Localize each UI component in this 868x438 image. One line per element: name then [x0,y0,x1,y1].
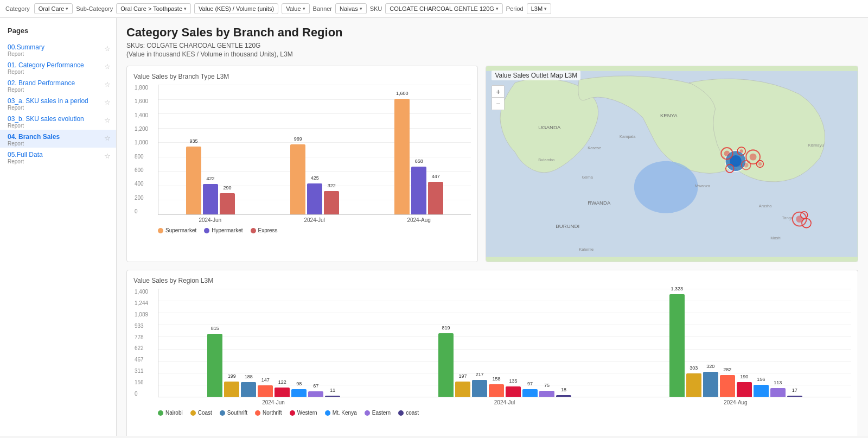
bar: 158 [489,384,504,397]
sidebar-item-3[interactable]: 03_a. SKU sales in a period Report ☆ [0,94,116,112]
category-dropdown[interactable]: Oral Care ▾ [34,3,73,14]
bar: 422 [203,184,218,214]
bar-value-label: 425 [311,175,319,181]
star-icon-4[interactable]: ☆ [104,116,111,124]
sidebar-item-name-2: 02. Brand Performance [8,79,108,87]
legend-color [190,410,196,416]
sidebar-item-type-6: Report [8,158,108,164]
bar: 122 [275,388,290,397]
month-label: 2024-Jul [389,399,620,405]
star-icon-6[interactable]: ☆ [104,152,111,160]
branch-chart-area: 1,8001,6001,4001,2001,000800600400200093… [133,85,471,255]
region-chart: Value Sales by Region L3M 1,4001,2441,08… [126,270,858,436]
star-icon-1[interactable]: ☆ [104,62,111,71]
bar-value-label: 11 [330,388,335,393]
legend-label: Western [297,410,317,416]
chevron-down-icon5: ▾ [496,6,499,11]
legend-color [290,410,295,416]
sidebar-item-name-0: 00.Summary [8,43,108,51]
star-icon-2[interactable]: ☆ [104,80,111,88]
legend-color [325,410,330,416]
bar-value-label: 188 [245,374,253,379]
value-dropdown[interactable]: Value ▾ [282,3,309,14]
sidebar-item-4[interactable]: 03_b. SKU sales evolution Report ☆ [0,112,116,130]
bar-col: 282 [720,375,735,397]
map-container: UGANDA KENYA RWANDA BURUNDI Butambo Kase… [486,66,858,262]
y-axis-label: 1,200 [135,126,148,132]
bar-col: 1,600 [394,99,410,214]
svg-text:RWANDA: RWANDA [588,200,611,206]
banner-dropdown[interactable]: Naivas ▾ [335,3,367,14]
sidebar-item-type-5: Report [8,141,108,147]
bar-value-label: 658 [415,158,423,164]
y-axis-label: 600 [135,167,148,173]
y-axis-label: 1,800 [135,85,148,91]
bar-col: 75 [539,391,554,397]
bar: 113 [770,388,786,397]
sidebar-item-1[interactable]: 01. Category Performance Report ☆ [0,58,116,76]
period-dropdown[interactable]: L3M ▾ [527,3,551,14]
svg-text:UGANDA: UGANDA [539,124,561,130]
star-icon-5[interactable]: ☆ [104,134,111,142]
bar-value-label: 1,323 [671,286,683,291]
region-chart-title: Value Sales by Region L3M [133,277,851,284]
svg-point-22 [744,163,749,168]
sku-label: SKU [370,4,382,14]
star-icon-3[interactable]: ☆ [104,98,111,106]
legend-color [220,410,225,416]
legend-color [365,410,370,416]
chevron-down-icon6: ▾ [544,6,547,11]
bar-col: 190 [737,382,752,397]
bar-value-label: 67 [313,383,318,389]
sidebar-item-name-3: 03_a. SKU sales in a period [8,97,108,105]
month-label: 2024-Jun [158,399,389,405]
sidebar-item-2[interactable]: 02. Brand Performance Report ☆ [0,76,116,94]
bar-value-label: 447 [432,174,440,179]
map-controls[interactable]: + − [492,85,505,110]
svg-point-26 [740,149,743,153]
sidebar-item-type-4: Report [8,123,108,129]
bar-value-label: 320 [706,364,714,369]
subcategory-dropdown[interactable]: Oral Care > Toothpaste ▾ [116,3,191,14]
sidebar-item-0[interactable]: 00.Summary Report ☆ [0,40,116,58]
bar-value-label: 147 [261,377,270,383]
bar-value-label: 122 [278,379,286,385]
sidebar-item-name-4: 03_b. SKU sales evolution [8,115,108,123]
legend-item: Southrift [220,410,247,416]
svg-point-1 [634,161,698,213]
bar-value-label: 190 [740,374,748,379]
bar: 320 [703,372,718,397]
svg-text:Tanga: Tanga [782,215,794,220]
bar: 969 [290,144,305,214]
zoom-out-button[interactable]: − [492,98,504,110]
sidebar-item-6[interactable]: 05.Full Data Report ☆ [0,148,116,166]
value-type-dropdown[interactable]: Value (KES) / Volume (units) [194,3,278,14]
sidebar: Pages 00.Summary Report ☆ 01. Category P… [0,18,117,436]
star-icon-0[interactable]: ☆ [104,45,111,53]
bar-col: 11 [325,396,340,397]
zoom-in-button[interactable]: + [492,86,504,98]
sku-dropdown[interactable]: COLGATE CHARCOAL GENTLE 120G ▾ [385,3,503,14]
chart-legend: NairobiCoastSouthriftNorthriftWesternMt.… [158,410,851,416]
legend-item: Western [290,410,317,416]
svg-text:Goma: Goma [582,175,593,180]
bar-col: 122 [275,388,290,397]
legend-label: Eastern [372,410,391,416]
month-group: 1,32330332028219015611317 [620,294,851,397]
bar-col: 17 [787,396,802,397]
sidebar-item-type-1: Report [8,69,108,75]
bar-col: 98 [291,389,307,397]
legend-item: coast [398,410,419,416]
bar: 197 [455,382,470,397]
grid-line [158,85,471,85]
y-axis-label: 1,400 [135,112,148,118]
sidebar-item-5[interactable]: 04. Branch Sales Report ☆ [0,130,116,148]
month-label: 2024-Jul [262,217,366,223]
legend-label: coast [406,410,419,416]
month-group: 969425322 [263,144,367,214]
legend-label: Northrift [263,410,282,416]
y-axis-label: 0 [135,208,148,214]
chevron-down-icon: ▾ [66,6,68,11]
bar-col: 290 [220,193,235,214]
sidebar-item-type-3: Report [8,105,108,111]
